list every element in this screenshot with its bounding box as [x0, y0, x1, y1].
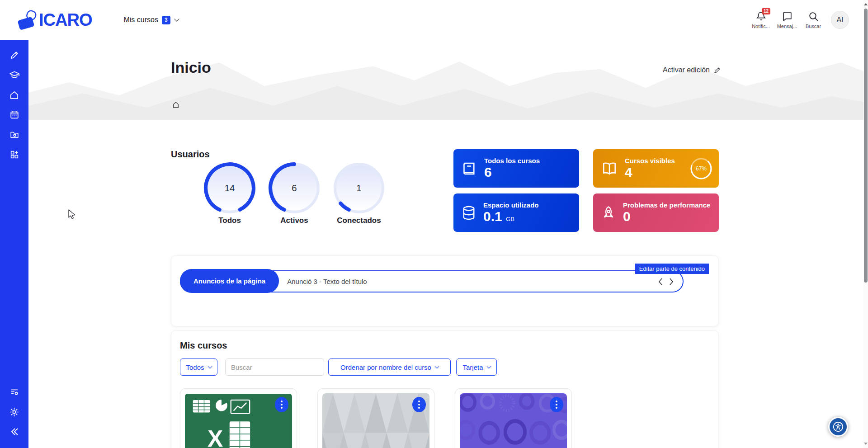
- notifications-label: Notific...: [752, 24, 770, 29]
- chevron-down-icon: [208, 364, 212, 369]
- course-image-circles: [460, 393, 567, 448]
- course-menu-kebab[interactable]: [412, 397, 426, 412]
- course-menu-kebab[interactable]: [550, 397, 563, 412]
- sidebar-item-management[interactable]: [0, 382, 28, 402]
- scrollbar-thumb[interactable]: [864, 9, 868, 283]
- announcements-panel: Editar parte de contenido Anuncios de la…: [171, 255, 719, 326]
- logo-leaf-icon: [17, 9, 38, 31]
- pencil-icon: [713, 66, 721, 74]
- course-card-2[interactable]: [317, 388, 434, 448]
- usuarios-section: Usuarios 14 Todos: [171, 120, 719, 232]
- course-menu-kebab[interactable]: [275, 397, 288, 412]
- sidebar-nav: [0, 40, 28, 448]
- logo-text: ICARO: [39, 10, 92, 30]
- rocket-icon: [600, 204, 617, 222]
- search-label: Buscar: [806, 24, 821, 29]
- course-card-3[interactable]: [455, 388, 572, 448]
- previous-announcement-button[interactable]: [657, 277, 664, 286]
- graduation-cap-icon: [9, 70, 20, 80]
- stat-value: 0.1 GB: [483, 209, 539, 224]
- page-title: Inicio: [171, 59, 211, 76]
- course-search-input[interactable]: [225, 358, 324, 376]
- folder-gear-icon: [9, 130, 19, 140]
- chevron-down-icon: [174, 16, 179, 21]
- stat-title: Espacio utilizado: [483, 202, 539, 209]
- notifications-count-badge: 12: [762, 8, 770, 14]
- sidebar-item-settings[interactable]: [0, 402, 28, 422]
- user-avatar[interactable]: AI: [831, 11, 849, 29]
- messages-label: Mensaj...: [777, 24, 797, 29]
- course-card-1[interactable]: X: [180, 388, 297, 448]
- database-icon: [461, 204, 477, 222]
- search-icon: [808, 11, 819, 22]
- stat-unit: GB: [506, 216, 514, 222]
- edit-mode-toggle[interactable]: Activar edición: [663, 66, 721, 74]
- my-courses-panel: Mis cursos Todos Ordenar por nombre del …: [171, 330, 719, 448]
- scrollbar-down-arrow[interactable]: [864, 443, 868, 445]
- course-image-excel: X: [185, 393, 292, 448]
- course-view-dropdown[interactable]: Tarjeta: [456, 358, 497, 376]
- double-chevron-left-icon: [9, 426, 20, 437]
- course-sort-label: Ordenar por nombre del curso: [340, 363, 431, 371]
- pencil-icon: [9, 50, 19, 60]
- logo[interactable]: ICARO: [17, 9, 92, 31]
- stat-title: Problemas de performance: [623, 202, 710, 209]
- stat-card-problemas-performance[interactable]: Problemas de performance 0: [593, 193, 719, 232]
- announcements-bar: Anuncios de la página Anunció 3 - Texto …: [180, 270, 684, 292]
- edit-content-part-overlay[interactable]: Editar parte de contenido: [635, 264, 709, 274]
- sidebar-collapse-button[interactable]: [0, 422, 28, 442]
- nav-mis-cursos[interactable]: Mis cursos 3: [123, 16, 178, 24]
- announcement-item-title: Anunció 3 - Texto del título: [287, 278, 367, 285]
- scrollbar-up-arrow[interactable]: [864, 3, 868, 5]
- course-cards: X: [180, 388, 710, 448]
- list-settings-icon: [9, 387, 19, 397]
- gauge-conectados-value: 1: [356, 183, 361, 193]
- home-icon: [9, 90, 19, 100]
- gauge-activos-label: Activos: [280, 216, 308, 225]
- stat-card-cursos-visibles[interactable]: Cursos visibles 4 67%: [593, 149, 719, 188]
- stat-value: 0: [623, 209, 710, 224]
- my-courses-heading: Mis cursos: [180, 340, 710, 351]
- sidebar-item-blocks[interactable]: [0, 145, 28, 165]
- stats-grid: Todos los cursos 6 Cursos visibles 4: [453, 149, 719, 232]
- user-gauges: 14 Todos 6 Activos: [202, 160, 387, 225]
- gauge-todos-value: 14: [225, 183, 235, 193]
- course-filters: Todos Ordenar por nombre del curso Tarje…: [180, 358, 710, 376]
- dashboard-page: ICARO Mis cursos 3 12 Notific... Mensaj.…: [0, 0, 868, 448]
- breadcrumb-home[interactable]: [172, 101, 180, 111]
- next-announcement-button[interactable]: [668, 277, 675, 286]
- gauge-conectados-label: Conectados: [337, 216, 381, 225]
- blocks-plus-icon: [9, 150, 19, 160]
- notifications-button[interactable]: 12 Notific...: [748, 11, 774, 29]
- gauge-conectados: 1 Conectados: [331, 160, 387, 225]
- page-header-hero: Inicio Activar edición: [28, 40, 868, 120]
- sidebar-item-calendar[interactable]: [0, 105, 28, 125]
- ring-label: 67%: [696, 165, 707, 172]
- home-icon: [172, 101, 180, 109]
- gauge-todos-label: Todos: [218, 216, 241, 225]
- stat-value: 4: [625, 165, 675, 179]
- stat-card-todos-los-cursos[interactable]: Todos los cursos 6: [453, 149, 579, 188]
- announcements-tab[interactable]: Anuncios de la página: [180, 269, 279, 293]
- open-book-icon: [600, 160, 618, 177]
- course-filter-dropdown[interactable]: Todos: [180, 358, 217, 376]
- svg-text:X: X: [208, 426, 223, 448]
- main-content: Usuarios 14 Todos: [28, 120, 868, 448]
- sidebar-item-home[interactable]: [0, 85, 28, 105]
- sidebar-item-courses[interactable]: [0, 65, 28, 85]
- accessibility-button[interactable]: [828, 417, 848, 437]
- book-icon: [461, 160, 478, 177]
- course-filter-label: Todos: [186, 363, 204, 371]
- stat-title: Todos los cursos: [484, 157, 540, 165]
- messages-button[interactable]: Mensaj...: [774, 11, 800, 29]
- chat-bubble-icon: [782, 11, 793, 22]
- scrollbar: [863, 0, 868, 448]
- search-button[interactable]: Buscar: [800, 11, 826, 29]
- chevron-down-icon: [486, 364, 491, 369]
- course-sort-dropdown[interactable]: Ordenar por nombre del curso: [328, 358, 451, 376]
- sidebar-item-private-files[interactable]: [0, 125, 28, 145]
- gear-icon: [9, 407, 19, 417]
- sidebar-item-edit[interactable]: [0, 45, 28, 65]
- stat-card-espacio-utilizado[interactable]: Espacio utilizado 0.1 GB: [453, 193, 579, 232]
- edit-mode-label: Activar edición: [663, 66, 710, 74]
